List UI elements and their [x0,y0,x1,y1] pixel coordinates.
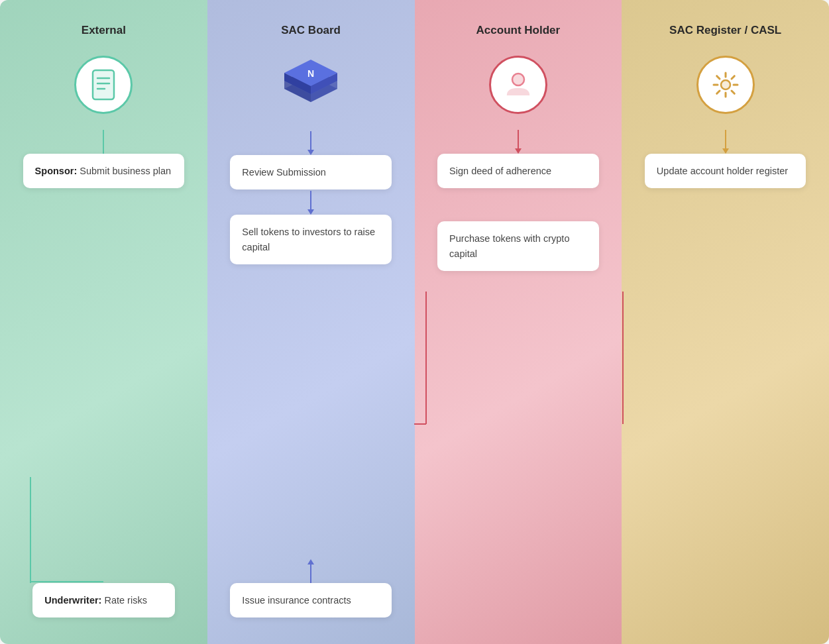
insurance-text: Issue insurance contracts [242,595,351,606]
col-account: Account Holder Sign deed of adherence P [415,0,622,644]
sac-arrow3 [307,559,314,583]
reg-arrow1 [722,130,729,154]
account-icon-wrap [489,56,547,114]
sponsor-card: Sponsor: Submit business plan [23,154,185,188]
svg-point-16 [721,80,730,89]
sell-tokens-card: Sell tokens to investors to raise capita… [230,215,392,264]
svg-line-22 [732,91,734,93]
review-card: Review Submission [230,155,392,189]
diagram-container: External Sponsor: Submit business plan [0,0,829,644]
ext-l-vertical [30,477,31,583]
ext-top-line [103,130,104,154]
col-sac-title: SAC Board [281,24,341,37]
sac-arrow1 [307,131,314,155]
purchase-tokens-card: Purchase tokens with crypto capital [437,221,599,271]
external-icon-wrap [74,56,133,114]
underwriter-card: Underwriter: Rate risks [32,583,174,617]
underwriter-text: Rate risks [101,595,147,606]
sac-arrow2 [307,189,314,215]
ext-bottom: Underwriter: Rate risks [23,583,185,617]
col-register: SAC Register / CASL [622,0,829,644]
col-external-title: External [82,24,126,37]
sell-tokens-text: Sell tokens to investors to raise capita… [242,227,375,252]
sign-deed-card: Sign deed of adherence [437,154,599,188]
col-external: External Sponsor: Submit business plan [0,0,207,644]
sponsor-label: Sponsor: [35,166,78,176]
svg-line-21 [716,76,719,79]
acc-arrow1 [515,130,522,154]
purchase-tokens-text: Purchase tokens with crypto capital [449,233,569,258]
svg-text:N: N [307,68,314,79]
document-icon [90,69,117,101]
gear-icon [711,70,740,99]
update-register-card: Update account holder register [645,154,806,188]
svg-line-24 [716,91,719,93]
update-register-text: Update account holder register [657,166,788,176]
insurance-card: Issue insurance contracts [230,583,392,617]
person-icon [504,70,533,99]
col-register-title: SAC Register / CASL [669,24,781,37]
svg-rect-0 [93,70,114,99]
register-icon-wrap [696,56,755,114]
review-text: Review Submission [242,167,326,178]
col-sac: SAC Board N [207,0,415,644]
sac-icon-wrap: N [278,56,344,115]
sign-deed-text: Sign deed of adherence [449,166,551,176]
ext-l-horizontal [30,581,104,582]
underwriter-label: Underwriter: [44,595,101,606]
sponsor-text: Submit business plan [77,166,171,176]
layers-icon: N [278,56,344,115]
col-account-title: Account Holder [476,24,561,37]
svg-line-23 [732,76,734,79]
